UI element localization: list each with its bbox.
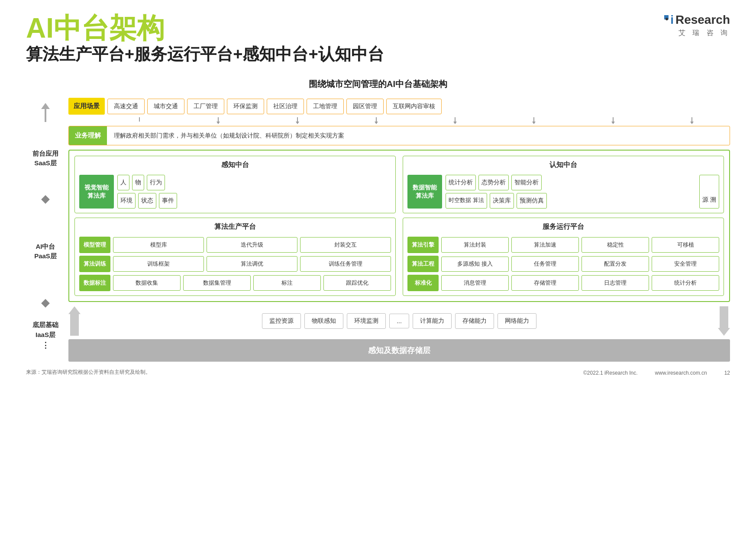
svc-label-0: 算法引擎: [407, 237, 439, 253]
svc-item-2-0: 消息管理: [441, 275, 509, 291]
arr8: [654, 117, 730, 124]
algo-production-block: 算法生产平台 模型管理 模型库 迭代升级 封装交互 算法训练 训练框架 算法调优…: [74, 218, 396, 296]
cognition-row1: 统计分析 态势分析 智能分析: [446, 175, 696, 190]
logo-dot-icon: ●: [664, 15, 669, 19]
perception-grid: 人 物 行为 环境 状态 事件: [117, 175, 391, 209]
perc-item-4: 状态: [138, 193, 156, 209]
svc-item-1-3: 安全管理: [652, 256, 719, 272]
arr2: [180, 117, 256, 124]
algo-label-1: 算法训练: [79, 256, 110, 272]
perception-row1: 人 物 行为: [117, 175, 391, 190]
arr3: [259, 117, 336, 124]
paas-section: 感知中台 视觉智能算法库 人 物 行为 环境 状态: [68, 150, 730, 302]
cog-item-4: 决策库: [490, 193, 514, 209]
paas-label-text: AI中台PaaS层: [34, 242, 57, 261]
svc-item-1-2: 配置分发: [582, 256, 649, 272]
scene-item-5: 工地管理: [307, 99, 344, 114]
suiyuan-label: 溯源: [699, 175, 719, 209]
algo-item-0-1: 迭代升级: [207, 237, 297, 253]
arrows-down-row: [68, 117, 730, 124]
main-diagram: 前台应用SaaS层 AI中台PaaS层 底层基础IaaS层⋮ 应用场景 高速交通…: [26, 98, 730, 362]
sub-title: 算法生产平台+服务运行平台+感知中台+认知中台: [26, 43, 384, 65]
app-scene-label: 应用场景: [68, 98, 105, 115]
main-title: AI中台架构: [26, 13, 384, 43]
diamond-connector-bottom: [26, 299, 65, 308]
cognition-title: 认知中台: [407, 161, 719, 171]
infrastructure-row: 监控资源 物联感知 环境监测 ... 计算能力 存储能力 网络能力: [68, 306, 730, 336]
logo-area: ● iResearch 艾 瑞 咨 询: [664, 13, 730, 38]
svc-item-2-2: 日志管理: [582, 275, 649, 291]
algo-production-title: 算法生产平台: [79, 222, 391, 233]
perception-cognition-row: 感知中台 视觉智能算法库 人 物 行为 环境 状态: [74, 156, 724, 213]
infra-item-6: 网络能力: [498, 313, 536, 329]
iaas-label-text: 底层基础IaaS层⋮: [32, 320, 58, 351]
scene-item-1: 城市交通: [147, 99, 184, 114]
cognition-block: 认知中台 数据智能算法库 统计分析 态势分析 智能分析 时空数据 算法 决策库: [403, 156, 724, 213]
top-arrow-area: [26, 98, 65, 124]
cog-item-5: 预测仿真: [517, 193, 547, 209]
arr4: [338, 117, 414, 124]
logo-research: Research: [675, 13, 730, 27]
svc-row-0: 算法引擎 算法封装 算法加速 稳定性 可移植: [407, 237, 719, 253]
svc-item-0-0: 算法封装: [441, 237, 509, 253]
footer-right: ©2022.1 iResearch Inc. www.iresearch.com…: [583, 370, 730, 376]
biz-text: 理解政府相关部门需求，并与相关单位（如规划设计院、科研院所）制定相关实现方案: [107, 127, 351, 145]
cog-item-2: 智能分析: [511, 175, 542, 190]
perception-algo-lib: 视觉智能算法库: [79, 175, 114, 209]
title-area: AI中台架构 算法生产平台+服务运行平台+感知中台+认知中台: [26, 13, 384, 74]
infra-item-3: ...: [389, 314, 409, 328]
algo-service-row: 算法生产平台 模型管理 模型库 迭代升级 封装交互 算法训练 训练框架 算法调优…: [74, 218, 724, 296]
diamond-connector: [26, 195, 65, 204]
iaas-layer: 感知及数据存储层: [68, 339, 730, 362]
svc-label-1: 算法工程: [407, 256, 439, 272]
arr1: [101, 117, 178, 124]
scene-item-7: 互联网内容审核: [386, 99, 442, 114]
service-platform-title: 服务运行平台: [407, 222, 719, 233]
algo-item-2-0: 数据收集: [113, 275, 181, 291]
main-content-area: 应用场景 高速交通 城市交通 工厂管理 环保监测 社区治理 工地管理 园区管理 …: [68, 98, 730, 362]
perc-item-2: 行为: [147, 175, 165, 190]
saas-label-text: 前台应用SaaS层: [32, 149, 58, 168]
algo-row-0: 模型管理 模型库 迭代升级 封装交互: [79, 237, 391, 253]
scene-item-6: 园区管理: [346, 99, 384, 114]
infra-left-arrow-icon: [68, 306, 81, 336]
infra-right-arrow-icon: [718, 306, 730, 336]
arr5: [417, 117, 493, 124]
svc-item-0-1: 算法加速: [511, 237, 579, 253]
svc-item-0-2: 稳定性: [582, 237, 649, 253]
svc-item-0-3: 可移植: [652, 237, 719, 253]
cognition-algo-lib: 数据智能算法库: [407, 175, 442, 209]
infra-item-4: 计算能力: [413, 313, 452, 329]
infra-item-2: 环境监测: [347, 313, 386, 329]
biz-label: 业务理解: [69, 126, 107, 145]
algo-label-2: 数据标注: [79, 275, 110, 291]
left-labels-column: 前台应用SaaS层 AI中台PaaS层 底层基础IaaS层⋮: [26, 98, 65, 362]
paas-label-block: AI中台PaaS层: [26, 206, 65, 297]
scene-item-0: 高速交通: [107, 99, 145, 114]
cog-item-0: 统计分析: [446, 175, 476, 190]
scene-item-3: 环保监测: [227, 99, 264, 114]
algo-item-0-2: 封装交互: [300, 237, 391, 253]
cog-item-1: 态势分析: [478, 175, 509, 190]
svc-item-2-3: 统计分析: [652, 275, 719, 291]
arr7: [575, 117, 651, 124]
arr6: [496, 117, 572, 124]
big-arrow-up-icon: [41, 103, 50, 122]
infra-item-5: 存储能力: [455, 313, 494, 329]
algo-item-1-2: 训练任务管理: [300, 256, 391, 272]
footer-source: 来源：艾瑞咨询研究院根据公开资料自主研究及绘制。: [26, 369, 151, 376]
header: AI中台架构 算法生产平台+服务运行平台+感知中台+认知中台 ● iResear…: [26, 13, 730, 74]
algo-row-2: 数据标注 数据收集 数据集管理 标注 跟踪优化: [79, 275, 391, 291]
diamond-icon-bottom: [41, 299, 50, 308]
perception-inner: 视觉智能算法库 人 物 行为 环境 状态 事件: [79, 175, 391, 209]
cognition-grid: 统计分析 态势分析 智能分析 时空数据 算法 决策库 预测仿真: [446, 175, 696, 209]
infra-item-1: 物联感知: [304, 313, 343, 329]
infra-items-row: 监控资源 物联感知 环境监测 ... 计算能力 存储能力 网络能力: [85, 313, 714, 329]
service-platform-block: 服务运行平台 算法引擎 算法封装 算法加速 稳定性 可移植 算法工程 多源感知 …: [403, 218, 724, 296]
perception-title: 感知中台: [79, 161, 391, 171]
scene-item-4: 社区治理: [267, 99, 304, 114]
svc-item-2-1: 存储管理: [511, 275, 579, 291]
algo-item-2-2: 标注: [253, 275, 321, 291]
cognition-inner: 数据智能算法库 统计分析 态势分析 智能分析 时空数据 算法 决策库 预测仿真: [407, 175, 719, 209]
section-title: 围绕城市空间管理的AI中台基础架构: [26, 78, 730, 90]
